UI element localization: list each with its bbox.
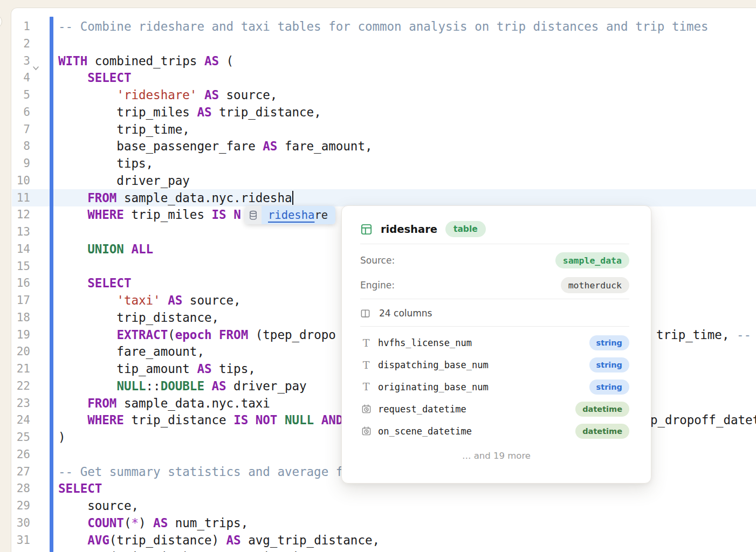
column-row: Toriginating_base_numstring bbox=[360, 376, 629, 398]
code-line[interactable]: 2 bbox=[12, 35, 756, 52]
column-row: on_scene_datetimedatetime bbox=[360, 420, 629, 442]
line-number: 27 bbox=[13, 463, 30, 480]
code-line[interactable]: 7 trip_time, bbox=[12, 121, 756, 138]
code-text: FROM sample_data.nyc.ridesha bbox=[58, 189, 293, 206]
code-token bbox=[197, 88, 204, 102]
code-text: AVG(trip_distance) AS avg_trip_distance, bbox=[58, 532, 380, 549]
code-token: source, bbox=[219, 88, 277, 102]
code-token: trip_miles bbox=[124, 208, 212, 222]
code-token: FROM bbox=[87, 396, 116, 410]
code-text: 'taxi' AS source, bbox=[58, 292, 241, 309]
column-name: on_scene_datetime bbox=[378, 426, 575, 437]
line-number: 9 bbox=[13, 155, 30, 172]
column-name: originating_base_num bbox=[378, 382, 589, 392]
code-token: SELECT bbox=[58, 481, 102, 495]
line-number: 28 bbox=[13, 480, 30, 497]
line-number: 10 bbox=[13, 172, 30, 189]
code-line[interactable]: 30 COUNT(*) AS num_trips, bbox=[12, 514, 756, 532]
code-token: AS bbox=[226, 533, 241, 547]
column-name: hvfhs_license_num bbox=[378, 337, 589, 348]
code-text: tips, bbox=[58, 155, 153, 172]
code-line[interactable]: 11 FROM sample_data.nyc.ridesha bbox=[12, 189, 756, 206]
code-line[interactable]: 5 'rideshare' AS source, bbox=[12, 86, 756, 104]
code-token: source, bbox=[182, 293, 240, 307]
code-token: -- Combine rideshare and taxi tables for… bbox=[58, 19, 709, 33]
code-text: AVG(trip_time) AS avg_trip_time, bbox=[58, 548, 321, 552]
line-number: 32 bbox=[13, 548, 30, 552]
code-line[interactable]: 31 AVG(trip_distance) AS avg_trip_distan… bbox=[12, 532, 756, 549]
code-token: p_dropoff_datet bbox=[650, 413, 756, 427]
code-text: fare_amount, bbox=[58, 343, 204, 360]
code-token: :: bbox=[146, 379, 161, 393]
code-token: AS bbox=[211, 379, 226, 393]
code-token: AS bbox=[168, 293, 182, 307]
line-number: 30 bbox=[13, 514, 30, 532]
floating-button-fragment[interactable] bbox=[0, 15, 2, 29]
line-number: 17 bbox=[13, 292, 30, 309]
code-line[interactable]: 32 AVG(trip_time) AS avg_trip_time, bbox=[12, 548, 756, 552]
text-cursor bbox=[292, 191, 293, 205]
code-line[interactable]: 9 tips, bbox=[12, 155, 756, 172]
meta-label: Source: bbox=[360, 255, 395, 266]
code-text: trip_miles AS trip_distance, bbox=[58, 104, 321, 121]
code-line[interactable]: 29 source, bbox=[12, 497, 756, 514]
table-info-card: rideshare table Source:sample_dataEngine… bbox=[341, 205, 651, 484]
code-token: SELECT bbox=[87, 71, 131, 85]
code-token: avg_trip_distance, bbox=[241, 533, 380, 547]
code-token: (trip_distance) bbox=[109, 533, 226, 547]
column-type-badge: string bbox=[589, 357, 629, 372]
code-token: fare_amount, bbox=[58, 344, 204, 358]
line-number: 26 bbox=[13, 446, 30, 463]
code-token: driver_pay bbox=[58, 174, 190, 188]
code-token: -- bbox=[737, 328, 751, 342]
code-line[interactable]: 6 trip_miles AS trip_distance, bbox=[12, 104, 756, 121]
meta-label: Engine: bbox=[360, 280, 395, 291]
datetime-type-icon bbox=[360, 404, 372, 414]
code-token: ( bbox=[124, 516, 132, 530]
card-divider bbox=[360, 326, 629, 327]
code-line[interactable]: 3WITH combined_trips AS ( bbox=[12, 52, 756, 70]
code-token: -- Get summary statistics and average f bbox=[58, 465, 343, 479]
line-number: 29 bbox=[13, 497, 30, 514]
columns-list: Thvfhs_license_numstringTdispatching_bas… bbox=[360, 332, 629, 442]
code-token bbox=[58, 71, 87, 85]
code-line[interactable]: 4 SELECT bbox=[12, 69, 756, 86]
code-line[interactable]: 1-- Combine rideshare and taxi tables fo… bbox=[12, 18, 756, 35]
code-text: SELECT bbox=[58, 69, 131, 86]
columns-count-label: 24 columns bbox=[379, 308, 432, 319]
line-number: 3 bbox=[13, 52, 30, 70]
meta-value-badge: motherduck bbox=[561, 277, 629, 293]
code-token bbox=[58, 550, 87, 552]
code-text: -- Get summary statistics and average f bbox=[58, 463, 343, 480]
code-text: COUNT(*) AS num_trips, bbox=[58, 514, 248, 532]
code-token: COUNT bbox=[87, 516, 124, 530]
code-token: FROM bbox=[87, 191, 116, 205]
code-token: AS bbox=[204, 54, 219, 68]
code-token: 'rideshare' bbox=[116, 88, 197, 102]
code-text: NULL::DOUBLE AS driver_pay bbox=[58, 377, 307, 395]
autocomplete-popup: rideshare bbox=[245, 206, 335, 224]
code-token bbox=[124, 242, 132, 256]
code-line[interactable]: 10 driver_pay bbox=[12, 172, 756, 189]
line-number: 1 bbox=[13, 18, 30, 35]
code-token bbox=[226, 208, 234, 222]
code-line[interactable]: 8 base_passenger_fare AS fare_amount, bbox=[12, 137, 756, 155]
code-token: WITH bbox=[58, 54, 87, 68]
columns-summary-row: 24 columns bbox=[360, 303, 629, 323]
code-token: sample_data.nyc.taxi bbox=[116, 396, 270, 410]
line-number: 8 bbox=[13, 137, 30, 155]
code-text: FROM sample_data.nyc.taxi bbox=[58, 395, 270, 412]
code-token: trip_time, bbox=[58, 122, 190, 136]
code-text: base_passenger_fare AS fare_amount, bbox=[58, 137, 373, 155]
line-number: 20 bbox=[13, 343, 30, 360]
line-number: 4 bbox=[13, 69, 30, 86]
table-name: rideshare bbox=[381, 223, 437, 236]
autocomplete-item-rideshare[interactable]: rideshare bbox=[262, 206, 335, 224]
code-text: p_dropoff_datet bbox=[650, 411, 756, 429]
column-row: Thvfhs_license_numstring bbox=[360, 332, 629, 354]
table-meta-rows: Source:sample_dataEngine:motherduck bbox=[360, 248, 629, 298]
column-row: request_datetimedatetime bbox=[360, 398, 629, 420]
code-token: AS bbox=[153, 516, 168, 530]
code-token bbox=[58, 396, 87, 410]
column-type-badge: string bbox=[589, 380, 629, 395]
